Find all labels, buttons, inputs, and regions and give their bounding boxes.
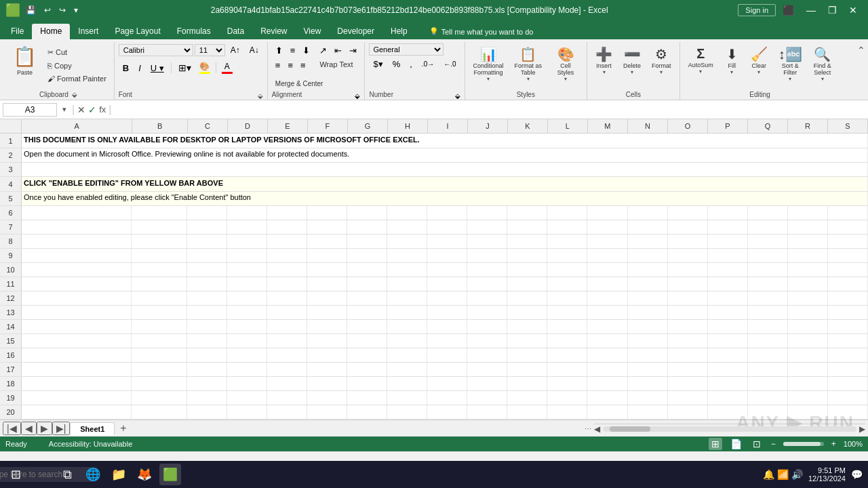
row-num-6[interactable]: 6 bbox=[0, 206, 22, 220]
cell-e8[interactable] bbox=[267, 235, 307, 248]
horizontal-scrollbar[interactable]: ◀ ▶ bbox=[594, 424, 865, 433]
percent-button[interactable]: % bbox=[389, 57, 405, 71]
col-header-g[interactable]: G bbox=[348, 119, 388, 133]
cell-q7[interactable] bbox=[748, 220, 788, 234]
cell-a2[interactable]: Open the document in Microsoft Office. P… bbox=[22, 148, 868, 162]
cell-q8[interactable] bbox=[748, 235, 788, 248]
cell-r7[interactable] bbox=[788, 220, 828, 234]
cell-j7[interactable] bbox=[467, 220, 507, 234]
col-header-s[interactable]: S bbox=[828, 119, 868, 133]
clear-button[interactable]: 🧹 Clear ▾ bbox=[747, 43, 772, 78]
cell-h7[interactable] bbox=[387, 220, 427, 234]
add-sheet-button[interactable]: + bbox=[115, 421, 132, 436]
sheet-nav-next[interactable]: ▶ bbox=[37, 422, 52, 435]
scroll-right-button[interactable]: ▶ bbox=[859, 424, 865, 434]
conditional-formatting-button[interactable]: 📊 ConditionalFormatting ▾ bbox=[469, 43, 508, 85]
increase-indent-button[interactable]: ⇥ bbox=[346, 43, 360, 58]
insert-function-button[interactable]: fx bbox=[99, 104, 106, 115]
row-num-20[interactable]: 20 bbox=[0, 405, 22, 419]
paste-button[interactable]: 📋 Paste bbox=[9, 45, 40, 77]
minimize-button[interactable]: — bbox=[801, 4, 821, 16]
tab-view[interactable]: View bbox=[296, 24, 330, 39]
cell-k6[interactable] bbox=[507, 206, 547, 220]
cell-n7[interactable] bbox=[628, 220, 668, 234]
row-num-9[interactable]: 9 bbox=[0, 249, 22, 262]
format-table-button[interactable]: 📋 Format asTable ▾ bbox=[511, 43, 547, 85]
sheet-nav-last[interactable]: ▶| bbox=[52, 422, 71, 435]
cell-m7[interactable] bbox=[587, 220, 627, 234]
cell-b6[interactable] bbox=[132, 206, 187, 220]
cell-q6[interactable] bbox=[748, 206, 788, 220]
cancel-formula-button[interactable]: ✕ bbox=[77, 104, 85, 115]
copy-button[interactable]: ⎘ Copy bbox=[44, 60, 110, 72]
cell-a8[interactable] bbox=[22, 235, 132, 248]
tab-home[interactable]: Home bbox=[32, 24, 70, 39]
redo-qat-button[interactable]: ↪ bbox=[56, 4, 68, 16]
col-header-q[interactable]: Q bbox=[748, 119, 788, 133]
tab-help[interactable]: Help bbox=[382, 24, 416, 39]
col-header-d[interactable]: D bbox=[228, 119, 268, 133]
borders-button[interactable]: ⊞▾ bbox=[174, 60, 195, 75]
cell-b7[interactable] bbox=[132, 220, 187, 234]
cell-a6[interactable] bbox=[22, 206, 132, 220]
decrease-font-button[interactable]: A↓ bbox=[245, 43, 263, 57]
row-num-4[interactable]: 4 bbox=[0, 177, 22, 191]
row-num-18[interactable]: 18 bbox=[0, 377, 22, 390]
cell-a4[interactable]: CLICK "ENABLE EDITING" FROM YELLOW BAR A… bbox=[22, 177, 868, 191]
row-num-17[interactable]: 17 bbox=[0, 363, 22, 376]
number-format-select[interactable]: General bbox=[369, 43, 443, 56]
col-header-c[interactable]: C bbox=[188, 119, 228, 133]
cell-n6[interactable] bbox=[628, 206, 668, 220]
format-cells-button[interactable]: ⚙ Format ▾ bbox=[648, 43, 675, 78]
cell-f8[interactable] bbox=[307, 235, 347, 248]
col-header-m[interactable]: M bbox=[588, 119, 628, 133]
cell-styles-button[interactable]: 🎨 CellStyles ▾ bbox=[549, 43, 583, 85]
col-header-e[interactable]: E bbox=[268, 119, 308, 133]
cell-r6[interactable] bbox=[788, 206, 828, 220]
taskbar-firefox-button[interactable]: 🦊 bbox=[134, 464, 155, 485]
tab-file[interactable]: File bbox=[3, 24, 32, 39]
comma-button[interactable]: , bbox=[406, 57, 416, 71]
horizontal-scroll-track[interactable] bbox=[603, 426, 856, 432]
cell-c8[interactable] bbox=[187, 235, 227, 248]
font-family-select[interactable]: Calibri bbox=[119, 44, 193, 56]
cell-o7[interactable] bbox=[668, 220, 708, 234]
row-num-15[interactable]: 15 bbox=[0, 334, 22, 348]
customize-qat-button[interactable]: ▾ bbox=[71, 4, 81, 16]
notification-icon[interactable]: 💬 bbox=[851, 469, 863, 480]
fill-button[interactable]: ⬇ Fill ▾ bbox=[720, 43, 744, 78]
row-num-3[interactable]: 3 bbox=[0, 163, 22, 176]
cell-i8[interactable] bbox=[427, 235, 467, 248]
delete-cells-button[interactable]: ➖ Delete ▾ bbox=[619, 43, 645, 78]
cell-g7[interactable] bbox=[347, 220, 387, 234]
row-num-13[interactable]: 13 bbox=[0, 306, 22, 319]
close-button[interactable]: ✕ bbox=[844, 4, 863, 16]
cell-m8[interactable] bbox=[587, 235, 627, 248]
row-num-19[interactable]: 19 bbox=[0, 391, 22, 405]
cell-k8[interactable] bbox=[507, 235, 547, 248]
cell-l7[interactable] bbox=[547, 220, 587, 234]
row-num-14[interactable]: 14 bbox=[0, 320, 22, 333]
decrease-indent-button[interactable]: ⇤ bbox=[331, 43, 345, 58]
zoom-slider[interactable] bbox=[783, 442, 824, 446]
cell-b8[interactable] bbox=[132, 235, 187, 248]
col-header-j[interactable]: J bbox=[468, 119, 508, 133]
col-header-b[interactable]: B bbox=[132, 119, 188, 133]
cell-s6[interactable] bbox=[828, 206, 868, 220]
cell-a5[interactable]: Once you have enabled editing, please cl… bbox=[22, 192, 868, 205]
tab-review[interactable]: Review bbox=[252, 24, 295, 39]
row-num-5[interactable]: 5 bbox=[0, 192, 22, 205]
cell-r8[interactable] bbox=[788, 235, 828, 248]
taskbar-clock[interactable]: 9:51 PM 12/13/2024 bbox=[808, 466, 846, 483]
taskbar-excel-button[interactable]: 🟩 bbox=[159, 464, 181, 485]
increase-decimal-button[interactable]: ←.0 bbox=[439, 58, 460, 70]
col-header-o[interactable]: O bbox=[668, 119, 708, 133]
tab-page-layout[interactable]: Page Layout bbox=[106, 24, 168, 39]
decrease-decimal-button[interactable]: .0→ bbox=[418, 58, 438, 70]
align-bottom-button[interactable]: ⬇ bbox=[299, 43, 313, 58]
row-num-2[interactable]: 2 bbox=[0, 148, 22, 162]
cell-p7[interactable] bbox=[708, 220, 748, 234]
scroll-left-button[interactable]: ◀ bbox=[594, 424, 600, 434]
sheet-tab-sheet1[interactable]: Sheet1 bbox=[70, 422, 115, 435]
cell-l8[interactable] bbox=[547, 235, 587, 248]
